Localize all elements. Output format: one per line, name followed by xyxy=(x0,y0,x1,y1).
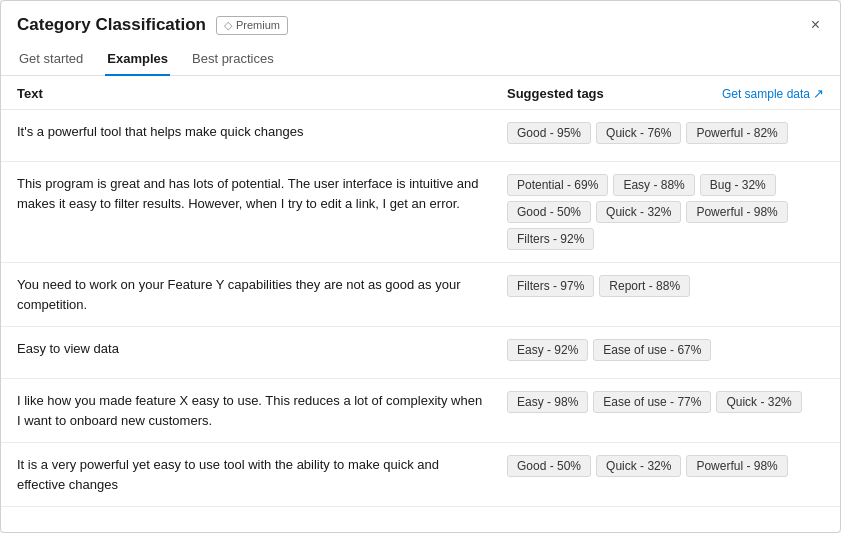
row-text: It's a powerful tool that helps make qui… xyxy=(17,122,507,142)
tab-get-started[interactable]: Get started xyxy=(17,45,85,76)
row-tags: Easy - 92%Ease of use - 67% xyxy=(507,339,824,361)
tag-badge: Quick - 32% xyxy=(596,455,681,477)
table-row: It's a powerful tool that helps make qui… xyxy=(1,110,840,162)
tag-badge: Powerful - 98% xyxy=(686,455,787,477)
tag-badge: Powerful - 98% xyxy=(686,201,787,223)
row-tags: Good - 50%Quick - 32%Powerful - 98% xyxy=(507,455,824,477)
row-text: It is a very powerful yet easy to use to… xyxy=(17,455,507,494)
premium-label: Premium xyxy=(236,19,280,31)
tag-badge: Filters - 97% xyxy=(507,275,594,297)
table-row: It is a very powerful yet easy to use to… xyxy=(1,443,840,507)
diamond-icon: ◇ xyxy=(224,19,232,32)
row-text: This program is great and has lots of po… xyxy=(17,174,507,213)
row-tags: Filters - 97%Report - 88% xyxy=(507,275,824,297)
arrow-icon: ↗ xyxy=(813,86,824,101)
row-tags: Good - 95%Quick - 76%Powerful - 82% xyxy=(507,122,824,144)
tag-badge: Good - 95% xyxy=(507,122,591,144)
close-button[interactable]: × xyxy=(807,15,824,35)
tag-badge: Bug - 32% xyxy=(700,174,776,196)
table-row: Easy to view dataEasy - 92%Ease of use -… xyxy=(1,327,840,379)
column-tags-header: Suggested tags xyxy=(507,86,722,101)
tag-badge: Filters - 92% xyxy=(507,228,594,250)
modal-header: Category Classification ◇ Premium × xyxy=(1,1,840,35)
tabs-nav: Get started Examples Best practices xyxy=(1,35,840,76)
tag-badge: Report - 88% xyxy=(599,275,690,297)
tag-badge: Easy - 92% xyxy=(507,339,588,361)
row-text: You need to work on your Feature Y capab… xyxy=(17,275,507,314)
modal-title: Category Classification xyxy=(17,15,206,35)
tab-best-practices[interactable]: Best practices xyxy=(190,45,276,76)
tag-badge: Good - 50% xyxy=(507,455,591,477)
tag-badge: Ease of use - 77% xyxy=(593,391,711,413)
premium-badge: ◇ Premium xyxy=(216,16,288,35)
table-row: This program is great and has lots of po… xyxy=(1,162,840,263)
tag-badge: Ease of use - 67% xyxy=(593,339,711,361)
tag-badge: Good - 50% xyxy=(507,201,591,223)
table-row: You need to work on your Feature Y capab… xyxy=(1,263,840,327)
tag-badge: Quick - 32% xyxy=(596,201,681,223)
row-tags: Potential - 69%Easy - 88%Bug - 32%Good -… xyxy=(507,174,824,250)
row-text: Easy to view data xyxy=(17,339,507,359)
content-area: Text Suggested tags Get sample data ↗ It… xyxy=(1,76,840,532)
table-body: It's a powerful tool that helps make qui… xyxy=(1,110,840,532)
tag-badge: Quick - 76% xyxy=(596,122,681,144)
table-header: Text Suggested tags Get sample data ↗ xyxy=(1,76,840,110)
row-tags: Easy - 98%Ease of use - 77%Quick - 32% xyxy=(507,391,824,413)
tab-examples[interactable]: Examples xyxy=(105,45,170,76)
get-sample-data-link[interactable]: Get sample data ↗ xyxy=(722,86,824,101)
tag-badge: Powerful - 82% xyxy=(686,122,787,144)
category-classification-modal: Category Classification ◇ Premium × Get … xyxy=(0,0,841,533)
row-text: I like how you made feature X easy to us… xyxy=(17,391,507,430)
tag-badge: Quick - 32% xyxy=(716,391,801,413)
column-text-header: Text xyxy=(17,86,507,101)
tag-badge: Easy - 98% xyxy=(507,391,588,413)
tag-badge: Easy - 88% xyxy=(613,174,694,196)
get-sample-label: Get sample data xyxy=(722,87,810,101)
table-row: I like how you made feature X easy to us… xyxy=(1,379,840,443)
tag-badge: Potential - 69% xyxy=(507,174,608,196)
